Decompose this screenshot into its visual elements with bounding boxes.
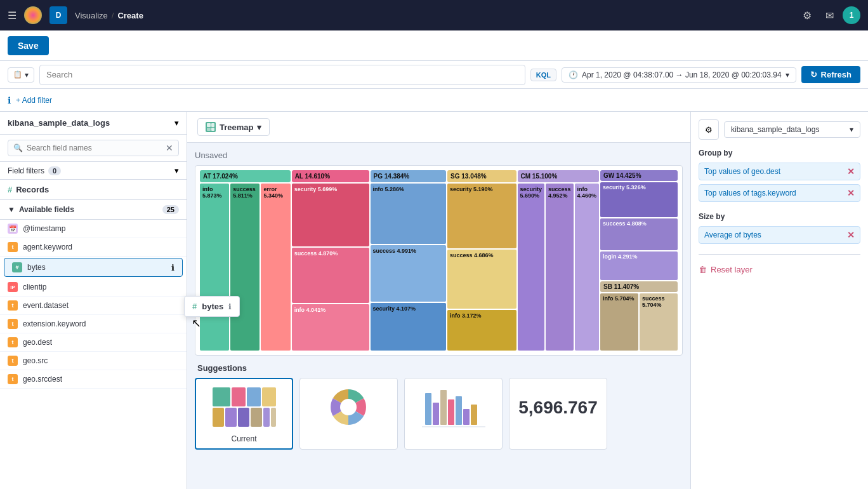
bytes-popup-hash-icon: # bbox=[192, 302, 197, 311]
suggestion-number[interactable]: 5,696.767 bbox=[509, 378, 607, 450]
tm-cm-header: CM 15.100% bbox=[518, 170, 600, 182]
svg-rect-6 bbox=[238, 408, 249, 427]
tm-at-error: error5.340% bbox=[261, 184, 290, 351]
field-type-text-icon: t bbox=[8, 242, 18, 252]
tm-pg-col: PG 14.384% info 5.286% success 4.991% se… bbox=[371, 170, 446, 351]
suggestion-bar[interactable] bbox=[404, 378, 503, 450]
field-name-clientip: clientip bbox=[23, 283, 46, 291]
suggestions-label: Suggestions bbox=[195, 363, 683, 373]
time-icon: 🕐 bbox=[569, 70, 578, 79]
svg-rect-17 bbox=[471, 405, 477, 425]
filter-info-icon[interactable]: ℹ bbox=[8, 95, 11, 105]
center-area: Treemap ▾ Unsaved AT 17.024% info5.873% … bbox=[187, 112, 690, 489]
size-by-label: Size by bbox=[699, 212, 860, 221]
sidebar-search-input[interactable] bbox=[27, 144, 162, 152]
time-chevron: ▾ bbox=[786, 70, 789, 79]
refresh-button[interactable]: ↻ Refresh bbox=[801, 66, 860, 83]
save-bar: Save bbox=[0, 30, 868, 61]
breadcrumb-create: Create bbox=[117, 11, 143, 20]
tm-gw-header: GW 14.425% bbox=[600, 170, 678, 181]
index-selector-label: ▾ bbox=[25, 70, 29, 79]
available-fields-header[interactable]: ▼ Available fields 25 bbox=[0, 200, 187, 220]
chip-tags-keyword[interactable]: Top values of tags.keyword ✕ bbox=[699, 184, 860, 202]
sidebar-index-selector[interactable]: kibana_sample_data_logs ▾ bbox=[0, 112, 187, 135]
tm-sg-info: info 3.172% bbox=[447, 310, 516, 351]
available-fields-count: 25 bbox=[162, 205, 179, 214]
field-filters-chevron[interactable]: ▾ bbox=[174, 166, 179, 175]
size-by-remove[interactable]: ✕ bbox=[847, 230, 855, 240]
chip-tags-keyword-label: Top values of tags.keyword bbox=[704, 189, 796, 198]
size-by-chip[interactable]: Average of bytes ✕ bbox=[699, 226, 860, 244]
sidebar-search-clear-icon[interactable]: ✕ bbox=[166, 143, 173, 153]
field-filters-label: Field filters 0 bbox=[8, 166, 61, 175]
vis-type-chevron: ▾ bbox=[257, 123, 261, 132]
index-selector[interactable]: 📋 ▾ bbox=[8, 67, 34, 83]
field-item-timestamp[interactable]: 📅 @timestamp bbox=[0, 220, 187, 238]
records-label: Records bbox=[16, 185, 49, 194]
tm-pg-info: info 5.286% bbox=[371, 184, 446, 244]
field-item-agent-keyword[interactable]: t agent.keyword bbox=[0, 238, 187, 257]
add-filter-button[interactable]: + Add filter bbox=[16, 96, 52, 105]
available-fields-label: Available fields bbox=[19, 205, 74, 214]
panel-gear-button[interactable]: ⚙ bbox=[699, 119, 719, 140]
sidebar-search-icon: 🔍 bbox=[13, 144, 23, 152]
field-item-bytes[interactable]: # bytes ℹ bbox=[4, 258, 183, 277]
field-type-number-icon: # bbox=[12, 262, 22, 272]
tm-cm-success: success4.952% bbox=[546, 184, 574, 351]
field-item-geo-srcdest[interactable]: t geo.srcdest bbox=[0, 370, 187, 389]
gear-icon: ⚙ bbox=[705, 125, 713, 135]
tm-pg-body: info 5.286% success 4.991% security 4.10… bbox=[371, 184, 446, 351]
field-item-clientip[interactable]: IP clientip bbox=[0, 278, 187, 297]
tm-sb-success: success 5.704% bbox=[640, 293, 678, 351]
field-item-event-dataset[interactable]: t event.dataset bbox=[0, 297, 187, 315]
tm-at-header: AT 17.024% bbox=[200, 170, 291, 182]
suggestion-bar-thumb bbox=[410, 384, 497, 431]
field-item-extension-keyword[interactable]: t extension.keyword bbox=[0, 315, 187, 333]
suggestion-pie[interactable] bbox=[299, 378, 398, 450]
mail-icon[interactable]: ✉ bbox=[825, 10, 834, 22]
field-info-icon[interactable]: ℹ bbox=[171, 263, 174, 272]
tm-sb-header: SB 11.407% bbox=[600, 281, 678, 292]
breadcrumb-visualize[interactable]: Visualize bbox=[75, 11, 108, 20]
reset-layer-button[interactable]: 🗑 Reset layer bbox=[699, 261, 753, 278]
suggestion-current[interactable]: Current bbox=[195, 378, 293, 450]
search-input[interactable] bbox=[39, 65, 525, 85]
records-row[interactable]: # Records bbox=[0, 180, 187, 200]
main-layout: kibana_sample_data_logs ▾ 🔍 ✕ Field filt… bbox=[0, 112, 868, 489]
suggestions-row: Current bbox=[195, 378, 683, 450]
tm-al-success: success 4.870% bbox=[292, 248, 369, 302]
sidebar: kibana_sample_data_logs ▾ 🔍 ✕ Field filt… bbox=[0, 112, 187, 489]
bytes-popup-info-icon[interactable]: ℹ bbox=[228, 302, 232, 311]
tm-gw-sb-col: GW 14.425% security 5.326% success 4.808… bbox=[600, 170, 678, 351]
svg-rect-13 bbox=[440, 390, 447, 425]
chip-geo-dest-label: Top values of geo.dest bbox=[704, 167, 780, 176]
tm-sg-header: SG 13.048% bbox=[447, 170, 516, 182]
settings-icon[interactable]: ⚙ bbox=[803, 10, 812, 22]
tm-gw-security: security 5.326% bbox=[600, 182, 678, 217]
chip-geo-dest-remove[interactable]: ✕ bbox=[847, 166, 855, 177]
chip-geo-dest[interactable]: Top values of geo.dest ✕ bbox=[699, 163, 860, 180]
field-item-geo-dest[interactable]: t geo.dest bbox=[0, 333, 187, 352]
suggestions-section: Suggestions bbox=[195, 363, 683, 450]
panel-chevron-icon: ▾ bbox=[850, 125, 853, 134]
tm-sg-col: SG 13.048% security 5.190% success 4.686… bbox=[447, 170, 516, 351]
kql-badge[interactable]: KQL bbox=[530, 69, 556, 81]
svg-rect-16 bbox=[463, 409, 470, 425]
time-selector[interactable]: 🕐 Apr 1, 2020 @ 04:38:07.00 → Jun 18, 20… bbox=[562, 67, 796, 83]
vis-type-label: Treemap bbox=[220, 123, 253, 132]
treemap-wrapper: AT 17.024% info5.873% success5.811% erro… bbox=[195, 165, 683, 356]
trash-icon: 🗑 bbox=[699, 265, 707, 274]
field-name-geo-dest: geo.dest bbox=[23, 338, 52, 347]
svg-rect-4 bbox=[213, 408, 224, 427]
hamburger-icon[interactable]: ☰ bbox=[8, 10, 16, 22]
field-item-geo-src[interactable]: t geo.src bbox=[0, 352, 187, 370]
vis-type-button[interactable]: Treemap ▾ bbox=[197, 118, 270, 136]
svg-rect-15 bbox=[456, 396, 462, 425]
chip-tags-keyword-remove[interactable]: ✕ bbox=[847, 188, 855, 198]
field-filters-badge: 0 bbox=[48, 166, 61, 175]
user-avatar[interactable]: 1 bbox=[843, 6, 860, 24]
save-button[interactable]: Save bbox=[8, 36, 49, 55]
panel-index-selector[interactable]: kibana_sample_data_logs ▾ bbox=[724, 121, 860, 138]
available-chevron-icon: ▼ bbox=[8, 205, 15, 214]
field-name-bytes: bytes bbox=[27, 263, 46, 272]
